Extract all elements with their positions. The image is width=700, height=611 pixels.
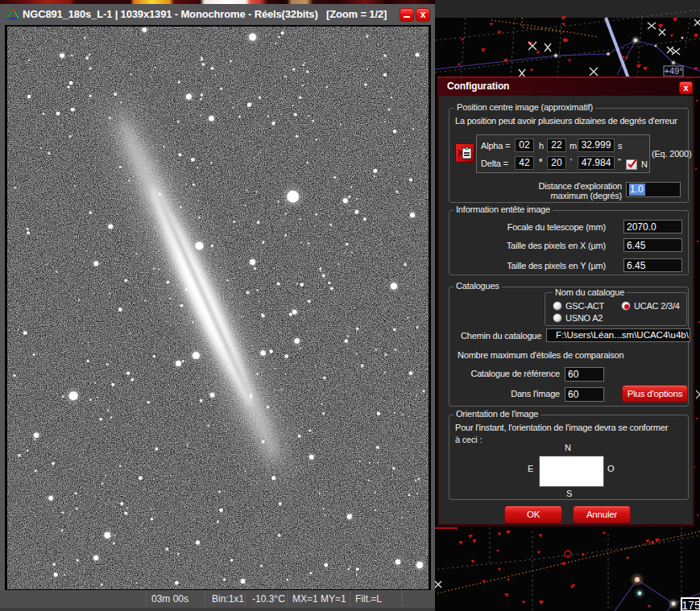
- svg-text:+49°: +49°: [664, 66, 682, 76]
- svg-text:175: 175: [681, 599, 700, 611]
